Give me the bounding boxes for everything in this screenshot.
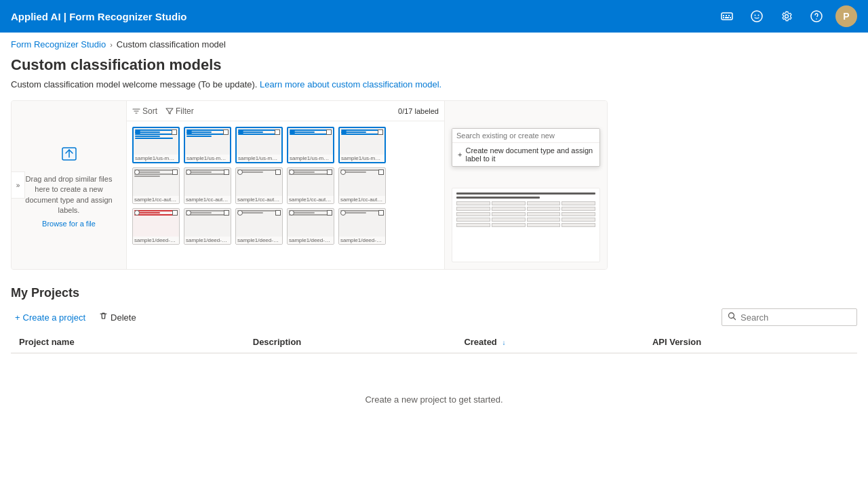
sort-button[interactable]: Sort [132, 106, 157, 116]
doc-checkbox [275, 169, 281, 175]
doc-checkbox [327, 210, 332, 216]
doc-thumb[interactable]: sample1/deed-of-t... [132, 208, 180, 245]
emoji-icon[interactable] [746, 5, 768, 27]
keyboard-icon[interactable] [716, 5, 738, 27]
doc-checkbox [172, 210, 178, 216]
svg-rect-1 [723, 15, 724, 16]
doc-thumb[interactable]: sample1/cc-auth... [132, 167, 180, 204]
doc-row-1: sample1/us-man... sample1/us-man... [132, 127, 439, 163]
create-project-button[interactable]: + Create a project [11, 310, 90, 325]
doc-toolbar: Sort Filter 0/17 labeled [127, 101, 444, 121]
create-project-container: + Create a project Create a project [11, 310, 90, 325]
doc-radio [186, 210, 191, 216]
doc-radio [237, 210, 243, 216]
settings-icon[interactable] [776, 5, 797, 27]
doc-row-2: sample1/cc-auth... sample1/cc-auth... [132, 167, 439, 204]
main-content: Custom classification models Custom clas… [0, 56, 868, 456]
doc-thumb[interactable]: sample1/deed-of-t... [184, 208, 231, 245]
doc-radio [186, 129, 192, 135]
doc-checkbox [224, 169, 229, 175]
expand-button[interactable]: » [12, 171, 25, 199]
sample-document-preview [452, 188, 600, 262]
search-input[interactable] [741, 312, 854, 323]
svg-point-7 [751, 11, 762, 22]
doc-radio [238, 129, 243, 135]
doc-radio [340, 169, 346, 175]
help-icon[interactable] [806, 5, 827, 27]
browse-link[interactable]: Browse for a file [42, 220, 96, 228]
doc-checkbox [223, 129, 229, 135]
doc-thumb[interactable]: sample1/us-man... [287, 127, 334, 163]
svg-rect-2 [726, 15, 727, 16]
label-dropdown[interactable]: + Create new document type and assign la… [452, 128, 600, 167]
breadcrumb-home[interactable]: Form Recognizer Studio [11, 39, 106, 49]
create-doc-type-item[interactable]: + Create new document type and assign la… [452, 143, 599, 166]
upload-panel: Drag and drop similar files here to crea… [12, 101, 127, 269]
col-project-name[interactable]: Project name [11, 331, 245, 353]
doc-radio [341, 129, 347, 135]
doc-thumb[interactable]: sample1/cc-auth... [287, 167, 334, 204]
doc-radio [237, 169, 243, 175]
doc-radio [289, 210, 294, 216]
doc-viewer: Sort Filter 0/17 labeled [127, 101, 444, 269]
search-icon [728, 312, 736, 323]
doc-checkbox [326, 129, 332, 135]
document-grid: sample1/us-man... sample1/us-man... [127, 121, 444, 269]
doc-thumb[interactable]: sample1/deed-of-t... [287, 208, 334, 245]
label-search-input[interactable] [452, 129, 599, 143]
doc-radio [289, 169, 294, 175]
filter-button[interactable]: Filter [165, 106, 194, 116]
doc-thumb[interactable]: sample1/us-man... [132, 127, 180, 163]
upload-text: Drag and drop similar files here to crea… [22, 174, 115, 216]
doc-checkbox [378, 210, 384, 216]
page-description: Custom classification model welcome mess… [11, 79, 857, 89]
projects-table: Project name Description Created ↓ API V… [11, 331, 857, 354]
doc-radio [186, 169, 191, 175]
doc-thumb[interactable]: sample1/deed-of-t... [338, 208, 386, 245]
doc-checkbox [275, 129, 280, 135]
doc-checkbox [172, 129, 177, 135]
doc-checkbox [378, 129, 383, 135]
doc-radio [135, 129, 140, 135]
avatar[interactable]: P [835, 5, 857, 27]
doc-radio [290, 129, 295, 135]
col-api-version[interactable]: API Version [644, 331, 857, 353]
toolbar-left: + Create a project Create a project Dele… [11, 309, 140, 325]
plus-icon: + [458, 150, 462, 159]
svg-point-10 [811, 11, 822, 22]
delete-button[interactable]: Delete [95, 309, 140, 325]
labeled-count: 0/17 labeled [398, 107, 439, 115]
upload-icon [58, 142, 80, 169]
learn-more-link[interactable]: Learn more about custom classification m… [260, 79, 441, 89]
doc-thumb[interactable]: sample1/us-man... [184, 127, 231, 163]
preview-line [456, 192, 595, 195]
svg-rect-4 [723, 17, 724, 18]
svg-rect-3 [728, 15, 730, 16]
doc-thumb[interactable]: sample1/cc-auth... [184, 167, 231, 204]
search-box[interactable] [722, 308, 857, 326]
svg-point-8 [755, 15, 756, 16]
col-created[interactable]: Created ↓ [456, 331, 644, 353]
doc-radio [134, 169, 140, 175]
doc-checkbox [172, 169, 178, 175]
doc-thumb[interactable]: sample1/cc-auth... [338, 167, 386, 204]
label-panel: + Create new document type and assign la… [444, 101, 607, 269]
my-projects-title: My Projects [11, 286, 857, 300]
col-description[interactable]: Description [245, 331, 456, 353]
page-title: Custom classification models [11, 56, 857, 74]
preview-table [456, 201, 595, 227]
doc-thumb[interactable]: sample1/us-man... [338, 127, 386, 163]
doc-thumb[interactable]: sample1/cc-auth... [235, 167, 283, 204]
doc-checkbox [224, 210, 229, 216]
breadcrumb-current: Custom classification model [117, 39, 226, 49]
nav-icons: P [716, 5, 857, 27]
doc-radio [340, 210, 346, 216]
app-title: Applied AI | Form Recognizer Studio [11, 11, 186, 22]
doc-thumb[interactable]: sample1/us-man... [235, 127, 283, 163]
svg-point-11 [816, 18, 817, 20]
svg-rect-5 [725, 17, 729, 18]
doc-thumb[interactable]: sample1/deed-of-t... [235, 208, 283, 245]
empty-state: Create a new project to get started. [11, 354, 857, 445]
svg-point-14 [729, 313, 734, 319]
doc-radio [134, 210, 140, 216]
